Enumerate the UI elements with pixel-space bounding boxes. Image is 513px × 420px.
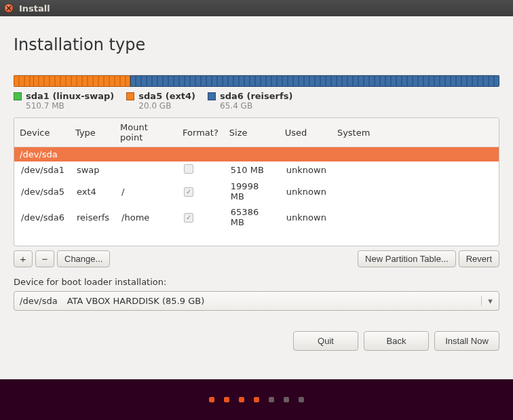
format-checkbox[interactable]	[184, 213, 193, 223]
pager-dot[interactable]	[224, 397, 229, 402]
cell-used: unknown	[280, 178, 332, 204]
swatch-icon	[208, 92, 216, 100]
swatch-icon	[126, 92, 134, 100]
format-checkbox[interactable]	[184, 187, 193, 197]
cell-device: /dev/sda5	[14, 178, 70, 204]
table-header-row: Device Type Mount point Format? Size Use…	[14, 118, 499, 147]
titlebar: Install	[0, 0, 513, 16]
install-now-button[interactable]: Install Now	[434, 331, 499, 351]
cell-format	[177, 161, 224, 178]
install-window: Install Installation type sda1 (linux-sw…	[0, 0, 513, 420]
cell-system	[332, 178, 499, 204]
col-type[interactable]: Type	[70, 118, 115, 147]
chevron-down-icon: ▾	[481, 296, 493, 306]
table-row[interactable]: /dev/sda5 ext4 / 19998 MB unknown	[14, 178, 499, 204]
partition-usage-bar[interactable]	[14, 75, 499, 87]
pager-dot[interactable]	[299, 397, 304, 402]
cell-mount: /	[115, 178, 177, 204]
col-used[interactable]: Used	[280, 118, 332, 147]
pager	[0, 379, 513, 420]
change-partition-button[interactable]: Change...	[57, 250, 110, 267]
legend-sda6: sda6 (reiserfs) 65.4 GB	[208, 91, 292, 111]
disk-device: /dev/sda	[14, 147, 499, 162]
close-icon[interactable]	[4, 3, 14, 13]
revert-button[interactable]: Revert	[459, 250, 499, 267]
pager-dot[interactable]	[284, 397, 289, 402]
cell-used: unknown	[280, 161, 332, 178]
cell-format	[177, 204, 224, 230]
table-toolbar: + − Change... New Partition Table... Rev…	[14, 250, 499, 267]
legend-sda1: sda1 (linux-swap) 510.7 MB	[14, 91, 114, 111]
cell-device: /dev/sda6	[14, 204, 70, 230]
cell-type: ext4	[70, 178, 115, 204]
cell-size: 510 MB	[224, 161, 280, 178]
partition-table[interactable]: Device Type Mount point Format? Size Use…	[14, 117, 499, 246]
cell-size: 65386 MB	[224, 204, 280, 230]
legend-sda5: sda5 (ext4) 20.0 GB	[126, 91, 195, 111]
usage-seg-sda6[interactable]	[130, 75, 499, 87]
pager-dot[interactable]	[254, 397, 259, 402]
bootloader-label: Device for boot loader installation:	[14, 277, 499, 287]
col-system[interactable]: System	[332, 118, 499, 147]
bootloader-device: /dev/sda	[20, 296, 58, 306]
swatch-icon	[14, 92, 22, 100]
content-area: Installation type sda1 (linux-swap) 510.…	[0, 16, 513, 351]
pager-dot[interactable]	[269, 397, 274, 402]
cell-type: swap	[70, 161, 115, 178]
new-partition-table-button[interactable]: New Partition Table...	[358, 250, 456, 267]
remove-partition-button[interactable]: −	[35, 250, 54, 267]
cell-system	[332, 161, 499, 178]
cell-format	[177, 178, 224, 204]
back-button[interactable]: Back	[364, 331, 429, 351]
cell-device: /dev/sda1	[14, 161, 70, 178]
partition-legend: sda1 (linux-swap) 510.7 MB sda5 (ext4) 2…	[14, 91, 499, 111]
format-checkbox[interactable]	[184, 164, 193, 174]
legend-name: sda6 (reiserfs)	[220, 91, 292, 101]
legend-name: sda1 (linux-swap)	[26, 91, 114, 101]
col-size[interactable]: Size	[224, 118, 280, 147]
table-row[interactable]: /dev/sda1 swap 510 MB unknown	[14, 161, 499, 178]
col-format[interactable]: Format?	[177, 118, 224, 147]
usage-seg-sda5[interactable]	[33, 75, 130, 87]
pager-dot[interactable]	[239, 397, 244, 402]
usage-seg-sda1[interactable]	[14, 75, 33, 87]
legend-size: 20.0 GB	[138, 101, 195, 111]
quit-button[interactable]: Quit	[293, 331, 358, 351]
window-title: Install	[19, 3, 50, 14]
bootloader-device-select[interactable]: /dev/sda ATA VBOX HARDDISK (85.9 GB) ▾	[14, 291, 499, 311]
cell-size: 19998 MB	[224, 178, 280, 204]
cell-used: unknown	[280, 204, 332, 230]
cell-system	[332, 204, 499, 230]
legend-size: 65.4 GB	[220, 101, 292, 111]
legend-size: 510.7 MB	[26, 101, 114, 111]
legend-name: sda5 (ext4)	[138, 91, 195, 101]
disk-row[interactable]: /dev/sda	[14, 147, 499, 162]
cell-type: reiserfs	[70, 204, 115, 230]
nav-buttons: Quit Back Install Now	[14, 331, 499, 351]
add-partition-button[interactable]: +	[14, 250, 33, 267]
table-row[interactable]: /dev/sda6 reiserfs /home 65386 MB unknow…	[14, 204, 499, 230]
pager-dot[interactable]	[209, 397, 214, 402]
page-title: Installation type	[14, 35, 499, 54]
col-device[interactable]: Device	[14, 118, 70, 147]
col-mount[interactable]: Mount point	[115, 118, 177, 147]
cell-mount: /home	[115, 204, 177, 230]
bootloader-description: ATA VBOX HARDDISK (85.9 GB)	[67, 296, 205, 306]
cell-mount	[115, 161, 177, 178]
